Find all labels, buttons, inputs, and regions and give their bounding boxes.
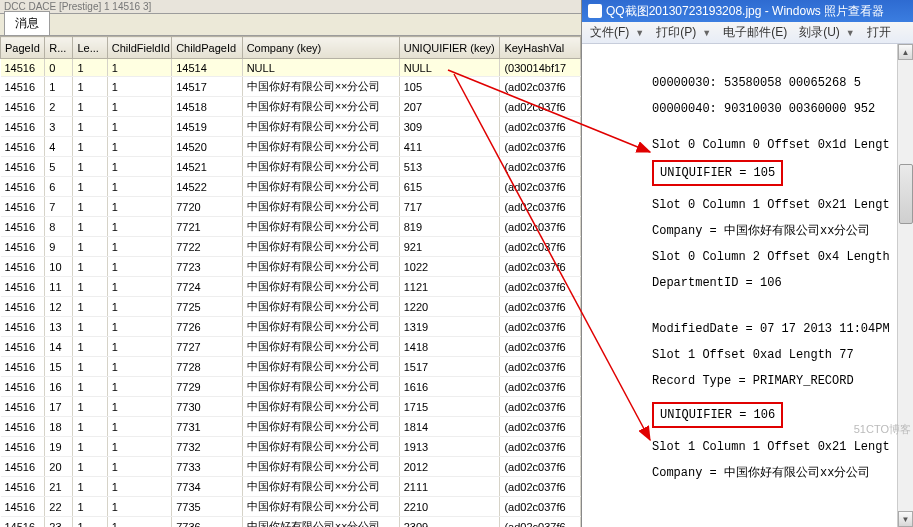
table-row[interactable]: 1451621114518中国你好有限公司××分公司207(ad02c037f6 xyxy=(1,97,581,117)
scroll-down-button[interactable]: ▼ xyxy=(898,511,913,527)
viewer-body: 00000030: 53580058 00065268 5 00000040: … xyxy=(582,44,913,484)
table-row[interactable]: 1451622117735中国你好有限公司××分公司2210(ad02c037f… xyxy=(1,497,581,517)
table-row[interactable]: 1451617117730中国你好有限公司××分公司1715(ad02c037f… xyxy=(1,397,581,417)
col-childfield[interactable]: ChildFieldId xyxy=(107,37,171,59)
menu-email[interactable]: 电子邮件(E) xyxy=(717,24,793,41)
table-row[interactable]: 1451621117734中国你好有限公司××分公司2111(ad02c037f… xyxy=(1,477,581,497)
photo-viewer: QQ截图20130723193208.jpg - Windows 照片查看器 文… xyxy=(582,0,913,527)
watermark: 51CTO博客 xyxy=(854,422,911,437)
tabs-row: 消息 xyxy=(0,14,581,36)
tab-messages[interactable]: 消息 xyxy=(4,11,50,35)
table-row[interactable]: 145167117720中国你好有限公司××分公司717(ad02c037f6 xyxy=(1,197,581,217)
table-row[interactable]: 145169117722中国你好有限公司××分公司921(ad02c037f6 xyxy=(1,237,581,257)
table-row[interactable]: 1451618117731中国你好有限公司××分公司1814(ad02c037f… xyxy=(1,417,581,437)
table-row[interactable]: 1451615117728中国你好有限公司××分公司1517(ad02c037f… xyxy=(1,357,581,377)
table-row[interactable]: 1451641114520中国你好有限公司××分公司411(ad02c037f6 xyxy=(1,137,581,157)
menu-open[interactable]: 打开 xyxy=(861,24,897,41)
table-row[interactable]: 1451631114519中国你好有限公司××分公司309(ad02c037f6 xyxy=(1,117,581,137)
table-row[interactable]: 1451612117725中国你好有限公司××分公司1220(ad02c037f… xyxy=(1,297,581,317)
text-line: Company = 中国你好有限公司xx分公司 xyxy=(652,462,913,484)
highlight-uniq-105: UNIQUIFIER = 105 xyxy=(652,160,783,186)
table-row[interactable]: 1451616117729中国你好有限公司××分公司1616(ad02c037f… xyxy=(1,377,581,397)
table-row[interactable]: 1451611114517中国你好有限公司××分公司105(ad02c037f6 xyxy=(1,77,581,97)
table-row[interactable]: 1451614117727中国你好有限公司××分公司1418(ad02c037f… xyxy=(1,337,581,357)
titlebar: QQ截图20130723193208.jpg - Windows 照片查看器 xyxy=(582,0,913,22)
left-pane: DCC DACE [Prestige] 1 14516 3] 消息 PageId… xyxy=(0,0,582,527)
text-line: Slot 1 Column 1 Offset 0x21 Lengt xyxy=(652,436,913,458)
text-line: ModifiedDate = 07 17 2013 11:04PM xyxy=(652,318,913,340)
window-title: QQ截图20130723193208.jpg - Windows 照片查看器 xyxy=(606,3,884,20)
col-pageid[interactable]: PageId xyxy=(1,37,45,59)
text-line: Record Type = PRIMARY_RECORD xyxy=(652,370,913,392)
hex-line: 00000040: 90310030 00360000 952 xyxy=(652,98,913,120)
table-row[interactable]: 1451651114521中国你好有限公司××分公司513(ad02c037f6 xyxy=(1,157,581,177)
menubar: 文件(F)▼ 打印(P)▼ 电子邮件(E) 刻录(U)▼ 打开 xyxy=(582,22,913,44)
highlight-uniq-106: UNIQUIFIER = 106 xyxy=(652,402,783,428)
text-line: DepartmentID = 106 xyxy=(652,272,913,294)
table-row[interactable]: 1451610117723中国你好有限公司××分公司1022(ad02c037f… xyxy=(1,257,581,277)
menu-print[interactable]: 打印(P) xyxy=(650,24,702,41)
menu-burn[interactable]: 刻录(U) xyxy=(793,24,846,41)
table-row[interactable]: 1451661114522中国你好有限公司××分公司615(ad02c037f6 xyxy=(1,177,581,197)
table-row[interactable]: 1451613117726中国你好有限公司××分公司1319(ad02c037f… xyxy=(1,317,581,337)
col-r[interactable]: R... xyxy=(45,37,73,59)
col-childpage[interactable]: ChildPageId xyxy=(172,37,242,59)
col-company[interactable]: Company (key) xyxy=(242,37,399,59)
scroll-up-button[interactable]: ▲ xyxy=(898,44,913,60)
table-row[interactable]: 1451619117732中国你好有限公司××分公司1913(ad02c037f… xyxy=(1,437,581,457)
vertical-scrollbar[interactable]: ▲ ▼ xyxy=(897,44,913,527)
col-le[interactable]: Le... xyxy=(73,37,107,59)
window-caption: DCC DACE [Prestige] 1 14516 3] xyxy=(0,0,581,14)
col-uniq[interactable]: UNIQUIFIER (key) xyxy=(399,37,500,59)
text-line: Slot 1 Offset 0xad Length 77 xyxy=(652,344,913,366)
table-row[interactable]: 145168117721中国你好有限公司××分公司819(ad02c037f6 xyxy=(1,217,581,237)
col-hash[interactable]: KeyHashVal xyxy=(500,37,581,59)
table-row[interactable]: 1451620117733中国你好有限公司××分公司2012(ad02c037f… xyxy=(1,457,581,477)
text-line: Slot 0 Column 2 Offset 0x4 Length xyxy=(652,246,913,268)
hex-line: 00000030: 53580058 00065268 5 xyxy=(652,72,913,94)
text-line: Company = 中国你好有限公司xx分公司 xyxy=(652,220,913,242)
app-icon xyxy=(588,4,602,18)
text-line: Slot 0 Column 0 Offset 0x1d Lengt xyxy=(652,134,913,156)
result-grid[interactable]: PageId R... Le... ChildFieldId ChildPage… xyxy=(0,36,581,527)
table-row[interactable]: 1451623117736中国你好有限公司××分公司2309(ad02c037f… xyxy=(1,517,581,528)
table-row[interactable]: 1451601114514NULLNULL(030014bf17 xyxy=(1,59,581,77)
table-row[interactable]: 1451611117724中国你好有限公司××分公司1121(ad02c037f… xyxy=(1,277,581,297)
text-line: Slot 0 Column 1 Offset 0x21 Lengt xyxy=(652,194,913,216)
scroll-thumb[interactable] xyxy=(899,164,913,224)
menu-file[interactable]: 文件(F) xyxy=(584,24,635,41)
